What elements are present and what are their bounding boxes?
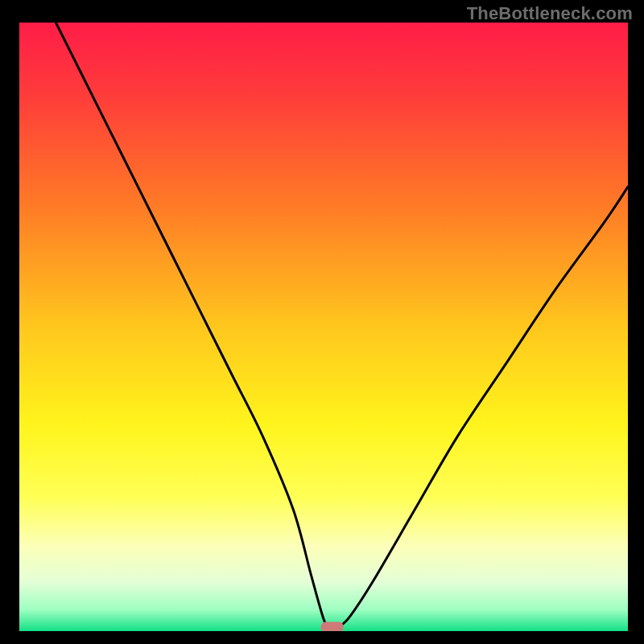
plot-area [19, 23, 628, 631]
gradient-background [19, 23, 628, 631]
bottleneck-chart [19, 23, 628, 631]
optimal-point-marker [321, 621, 344, 631]
chart-frame: TheBottleneck.com [0, 0, 644, 644]
watermark-text: TheBottleneck.com [467, 3, 633, 24]
